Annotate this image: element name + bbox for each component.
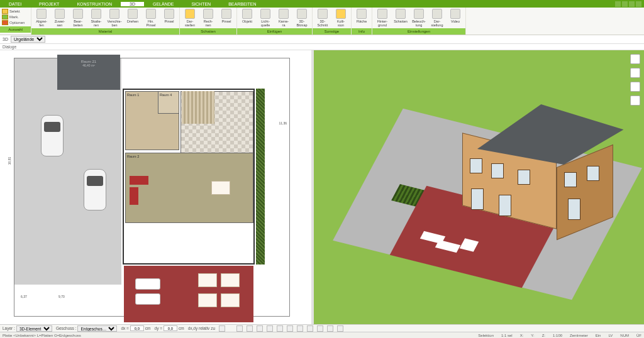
ribbon-group-label: Schatten — [180, 28, 236, 35]
2d-plan-viewport[interactable]: Raum 21 46,40 m² Raum 3 Raum 1 Raum 4 Ra… — [0, 50, 311, 324]
dialoge-bar[interactable]: Dialoge — [0, 44, 644, 50]
minimize-icon[interactable] — [622, 1, 628, 7]
tool-icon[interactable] — [287, 325, 293, 332]
ribbon-mark[interactable]: Mark. — [2, 14, 28, 19]
ribbon-button-label: Fläche — [357, 19, 367, 23]
ribbon-button-label: Pinsel — [222, 19, 231, 23]
ribbon-button-label: Hinter-grund — [377, 19, 388, 27]
menu-tab-sichten[interactable]: SICHTEN — [182, 2, 219, 6]
layers-icon[interactable] — [630, 54, 640, 64]
tool-icon[interactable] — [277, 325, 283, 332]
menu-tab-datei[interactable]: DATEI — [0, 2, 30, 6]
ribbon-button-label: Dar-stellen — [185, 19, 195, 27]
snap-icon[interactable] — [219, 325, 225, 332]
ribbon-button-label: Rech-nen — [204, 19, 213, 27]
layer-select[interactable]: 3D-Element — [16, 325, 52, 332]
ribbon-button[interactable]: Rech-nen — [200, 9, 216, 27]
ribbon-icon — [146, 9, 156, 19]
tool-icon[interactable] — [267, 325, 273, 332]
menu-tab-konstruktion[interactable]: KONSTRUKTION — [68, 2, 121, 6]
tool-icon[interactable] — [327, 325, 333, 332]
ribbon-button[interactable]: Verschie-ben — [106, 9, 123, 27]
tool-icon[interactable] — [307, 325, 313, 332]
geschoss-select[interactable]: Erdgeschos… — [77, 325, 117, 332]
ribbon-button[interactable]: Video — [447, 9, 464, 23]
help-icon[interactable] — [615, 1, 621, 7]
3d-viewport[interactable] — [314, 50, 644, 324]
ribbon-button[interactable]: 3D-Bitmap — [294, 9, 310, 27]
main-menu-bar: DATEI PROJEKT KONSTRUKTION 3D GELÄNDE SI… — [0, 0, 644, 8]
ribbon-button[interactable]: Bear-beiten — [70, 9, 86, 27]
status-uf: ÜF — [636, 334, 641, 337]
dy-input[interactable] — [164, 325, 177, 331]
plan-dimension: 11,36 — [279, 121, 287, 125]
ribbon-button[interactable]: Licht-quelle — [257, 9, 274, 27]
ribbon-button[interactable]: 3D-Schnitt — [314, 9, 331, 27]
ribbon-button[interactable]: Zuwei-sen — [52, 9, 68, 27]
plan-sofa — [198, 273, 217, 287]
plan-garage: Raum 21 46,40 m² — [57, 55, 120, 90]
ribbon-icon — [36, 9, 47, 19]
ribbon-icon — [109, 9, 119, 19]
tool-icon[interactable] — [317, 325, 323, 332]
ribbon-button[interactable]: Pinsel — [218, 9, 235, 23]
ribbon-button[interactable]: Fläche — [353, 9, 370, 23]
plan-room-2: Raum 2 — [125, 153, 253, 223]
ribbon-button[interactable]: Hin.Pinsel — [143, 9, 159, 27]
dx-input[interactable] — [130, 325, 144, 331]
3d-house — [462, 101, 601, 232]
tool-icon[interactable] — [236, 325, 243, 332]
status-sel-ratio: 1:1 sel — [501, 334, 513, 337]
ribbon-icon — [432, 9, 442, 19]
maximize-icon[interactable] — [629, 1, 635, 7]
ribbon-button[interactable]: Drehen — [125, 9, 141, 23]
ribbon-group-label: Einstellungen — [372, 28, 465, 35]
ribbon-button[interactable]: Beleuch-tung — [411, 9, 427, 27]
ribbon-button[interactable]: Hinter-grund — [374, 9, 391, 27]
menu-tab-gelaende[interactable]: GELÄNDE — [144, 2, 182, 6]
ribbon-selekt[interactable]: Selekt — [2, 9, 28, 14]
ribbon-button-label: Dar-stellung — [431, 19, 443, 27]
geschoss-label: Geschoss : — [56, 326, 77, 330]
ribbon-button[interactable]: Pinsel — [161, 9, 177, 23]
ribbon-icon — [336, 9, 346, 19]
ribbon-optionen[interactable]: Optionen — [2, 20, 28, 25]
plan-sofa — [198, 293, 217, 307]
menu-tab-projekt[interactable]: PROJEKT — [30, 2, 68, 6]
plan-car — [41, 115, 64, 156]
ribbon-button[interactable]: Kame-ra — [275, 9, 292, 27]
ribbon-button[interactable]: Schatten — [392, 9, 409, 23]
tool-icon[interactable] — [247, 325, 253, 332]
terrain-select[interactable]: Urgelände — [11, 36, 45, 43]
tool-icon[interactable] — [297, 325, 303, 332]
ribbon-button[interactable]: Skalie-ren — [88, 9, 104, 27]
ribbon-button-label: 3D-Schnitt — [318, 19, 328, 27]
ribbon-button[interactable]: Dar-stellen — [182, 9, 198, 27]
plan-dimension: 10,81 — [8, 157, 11, 165]
close-icon[interactable] — [636, 1, 641, 7]
plan-house-outline: Raum 3 Raum 1 Raum 4 Raum 2 — [123, 89, 255, 264]
ribbon-button[interactable]: Abgrei-fen — [33, 9, 50, 27]
ribbon-button-label: Schatten — [394, 19, 408, 23]
window-controls — [615, 1, 644, 7]
ribbon-group-label: Einfügen — [237, 28, 312, 35]
ribbon-button-label: Licht-quelle — [261, 19, 270, 27]
tree-icon[interactable] — [630, 95, 640, 106]
tool-icon[interactable] — [257, 325, 263, 332]
menu-tab-3d[interactable]: 3D — [121, 2, 144, 6]
ribbon-button[interactable]: Kolli-sion — [333, 9, 349, 27]
ribbon-button[interactable]: Dar-stellung — [429, 9, 445, 27]
tool-icon[interactable] — [337, 325, 343, 332]
ribbon-button[interactable]: Objekt — [239, 9, 255, 23]
status-object: Platte <Unbekannt> L=Platten G=Erdgescho… — [3, 334, 81, 337]
ribbon-icon — [203, 9, 213, 19]
palette-icon[interactable] — [630, 82, 640, 92]
menu-tab-bearbeiten[interactable]: BEARBEITEN — [219, 2, 265, 6]
ribbon-button-label: Bear-beiten — [74, 19, 83, 27]
ribbon-button-label: Drehen — [127, 19, 138, 23]
furniture-icon[interactable] — [630, 68, 640, 78]
view-selector-bar: 3D Urgelände — [0, 35, 644, 44]
plan-car — [84, 169, 106, 210]
dx-label: dx = — [121, 326, 128, 330]
status-num: NUM — [620, 334, 629, 337]
